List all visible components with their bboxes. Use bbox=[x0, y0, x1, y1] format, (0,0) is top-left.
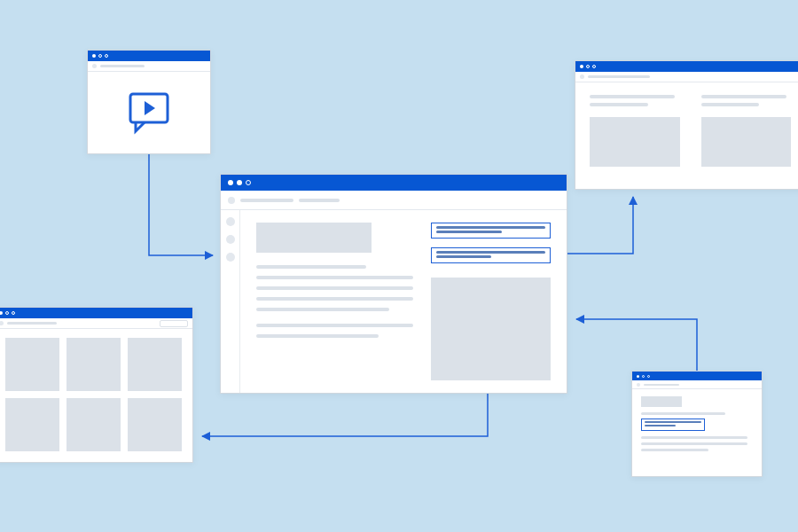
link-text-line bbox=[436, 255, 491, 258]
sidebar-icon bbox=[226, 253, 235, 262]
link-text-line bbox=[645, 421, 701, 423]
window-dot bbox=[5, 311, 9, 315]
doc-window bbox=[631, 371, 763, 477]
cards-window bbox=[575, 60, 798, 190]
toolbar bbox=[221, 191, 567, 210]
toolbar-icon bbox=[580, 74, 584, 79]
toolbar-text bbox=[240, 199, 293, 202]
grid-cell bbox=[5, 398, 59, 451]
grid-cell bbox=[128, 338, 182, 391]
text-line bbox=[256, 324, 413, 327]
toolbar-pill bbox=[160, 320, 188, 327]
text-line bbox=[641, 412, 725, 415]
toolbar-text bbox=[299, 199, 340, 202]
titlebar bbox=[575, 61, 798, 72]
titlebar bbox=[632, 372, 762, 380]
toolbar-icon bbox=[92, 64, 97, 68]
toolbar bbox=[632, 380, 762, 389]
window-dot bbox=[0, 311, 3, 315]
link-text-line bbox=[436, 251, 545, 254]
window-dot bbox=[228, 180, 233, 185]
window-dot bbox=[637, 375, 639, 378]
toolbar-text bbox=[588, 75, 650, 78]
grid-window bbox=[0, 307, 193, 463]
text-line bbox=[701, 95, 786, 98]
toolbar-icon bbox=[637, 383, 640, 387]
text-line bbox=[256, 334, 379, 338]
link-box-2[interactable] bbox=[431, 247, 551, 263]
toolbar-icon bbox=[228, 197, 235, 204]
window-dot bbox=[647, 375, 650, 378]
text-line bbox=[256, 276, 413, 279]
text-line bbox=[256, 265, 366, 269]
window-dot bbox=[98, 54, 102, 58]
play-bubble-icon bbox=[125, 90, 173, 135]
window-dot bbox=[237, 180, 242, 185]
text-line bbox=[256, 297, 413, 301]
text-line bbox=[256, 308, 389, 311]
window-dot bbox=[12, 311, 15, 315]
grid-cell bbox=[128, 398, 182, 451]
toolbar-icon bbox=[0, 321, 4, 325]
sidebar-icon bbox=[226, 217, 235, 226]
video-window bbox=[87, 50, 211, 154]
window-dot bbox=[642, 375, 645, 378]
image-block bbox=[590, 117, 680, 167]
links-column bbox=[431, 223, 551, 380]
grid-cell bbox=[66, 398, 121, 451]
grid-body bbox=[0, 329, 192, 460]
window-dot bbox=[580, 65, 583, 68]
sidebar bbox=[221, 210, 240, 393]
link-text-line bbox=[436, 231, 502, 233]
card-column bbox=[590, 95, 680, 167]
heading-block bbox=[641, 396, 682, 407]
video-body bbox=[88, 72, 210, 153]
toolbar-text bbox=[644, 384, 679, 386]
window-dot bbox=[92, 54, 96, 58]
link-text-line bbox=[645, 425, 676, 426]
toolbar-text bbox=[100, 65, 145, 67]
toolbar bbox=[575, 72, 798, 82]
link-box-1[interactable] bbox=[431, 223, 551, 239]
text-line bbox=[641, 449, 708, 451]
text-line bbox=[590, 95, 675, 98]
titlebar bbox=[0, 308, 192, 318]
text-line bbox=[256, 286, 413, 290]
text-line bbox=[590, 103, 648, 106]
text-line bbox=[701, 103, 760, 106]
main-text-column bbox=[256, 223, 413, 380]
toolbar bbox=[88, 61, 210, 72]
card-column bbox=[701, 95, 792, 167]
window-dot bbox=[586, 65, 590, 68]
link-text-line bbox=[436, 226, 545, 229]
toolbar bbox=[0, 318, 192, 329]
titlebar bbox=[88, 51, 210, 61]
image-block bbox=[701, 117, 792, 167]
cards-body bbox=[575, 82, 798, 179]
window-dot bbox=[592, 65, 596, 68]
doc-link-box[interactable] bbox=[641, 419, 705, 431]
central-window bbox=[220, 174, 567, 394]
window-dot bbox=[105, 54, 108, 58]
window-dot bbox=[246, 180, 251, 185]
sidebar-icon bbox=[226, 235, 235, 244]
doc-body bbox=[632, 389, 762, 458]
toolbar-text bbox=[7, 322, 57, 325]
image-block bbox=[431, 278, 551, 380]
titlebar bbox=[221, 175, 567, 191]
grid-cell bbox=[5, 338, 59, 391]
text-line bbox=[641, 436, 747, 439]
text-line bbox=[641, 442, 747, 445]
heading-block bbox=[256, 223, 372, 253]
grid-cell bbox=[66, 338, 121, 391]
